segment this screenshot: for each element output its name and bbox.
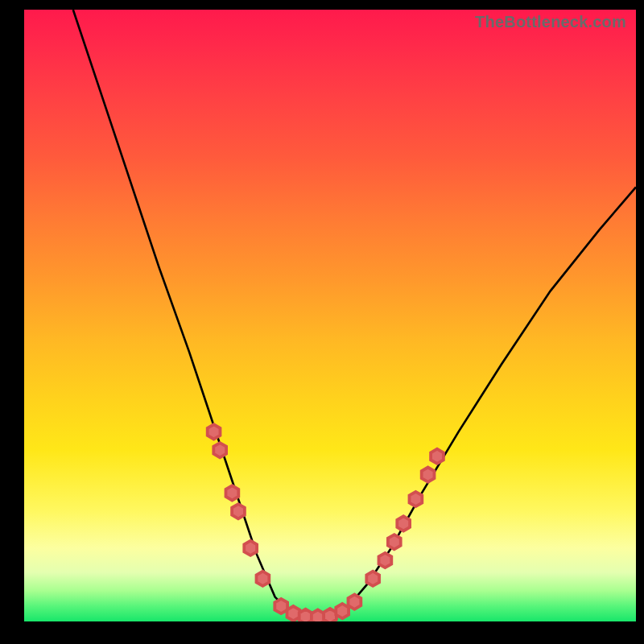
data-marker [397, 516, 410, 530]
data-marker [225, 485, 238, 500]
data-marker [378, 553, 391, 568]
data-marker [232, 504, 245, 518]
plot-area: TheBottleneck.com [24, 10, 636, 621]
data-marker [213, 443, 226, 457]
chart-frame: TheBottleneck.com [0, 0, 644, 644]
data-marker [208, 424, 221, 439]
data-marker [422, 467, 435, 481]
data-marker [256, 572, 269, 586]
data-marker [244, 541, 257, 555]
data-marker [366, 572, 379, 586]
data-marker [348, 595, 361, 609]
bottleneck-curve [73, 10, 636, 618]
data-marker [409, 492, 422, 506]
watermark-text: TheBottleneck.com [475, 13, 626, 31]
data-marker [388, 535, 401, 549]
chart-svg [24, 10, 636, 621]
data-marker [431, 449, 444, 464]
marker-layer [208, 424, 444, 621]
